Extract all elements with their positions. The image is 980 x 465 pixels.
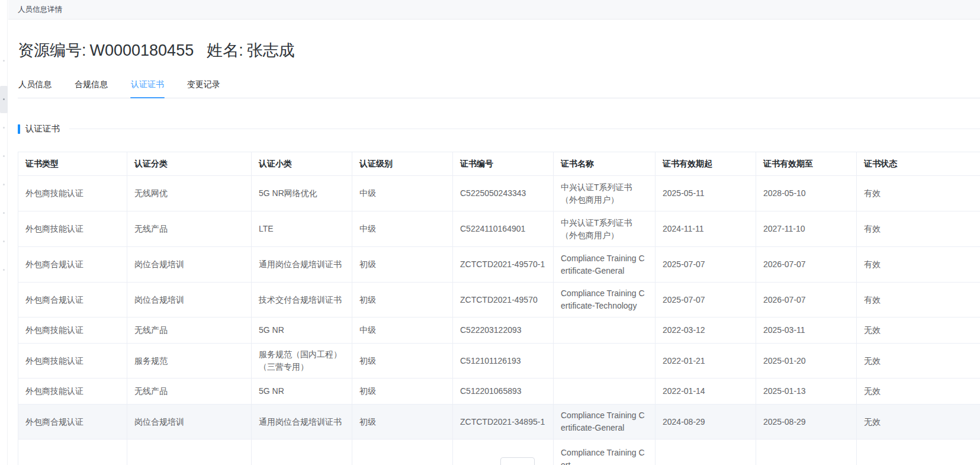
table-cell: 无线产品: [127, 211, 252, 247]
status-cell: [857, 440, 980, 465]
column-header: 认证级别: [352, 152, 453, 176]
table-cell: 2025-08-29: [756, 405, 857, 440]
status-cell: 无效: [857, 379, 980, 405]
table-cell: LTE: [252, 211, 352, 247]
table-cell: 2025-05-11: [656, 176, 756, 211]
table-row[interactable]: 外包商技能认证 无线产品 5G NR 中级 C522203122093 2022…: [18, 318, 980, 344]
table-cell: 无线产品: [127, 318, 252, 344]
column-header: 证书状态: [857, 152, 980, 176]
table-header-row: 证书类型 认证分类 认证小类 认证级别 证书编号 证书名称 证书有效期起 证书有…: [18, 152, 980, 176]
table-cell: Compliance Training Cert: [554, 440, 656, 465]
status-cell: 无效: [857, 405, 980, 440]
table-cell: 无线网优: [127, 176, 252, 211]
table-row[interactable]: 外包商技能认证 无线网优 5G NR网络优化 中级 C5225050243343…: [18, 176, 980, 211]
table-row[interactable]: 外包商合规认证 岗位合规培训 技术交付合规培训证书 初级 ZCTCTD2021-…: [18, 283, 980, 318]
page-title: 资源编号:W0000180455姓名:张志成: [18, 40, 980, 61]
table-cell: 2022-03-12: [656, 318, 756, 344]
table-cell: 通用岗位合规培训证书: [252, 405, 352, 440]
table-cell: 无线产品: [127, 379, 252, 405]
table-cell: 2025-01-13: [756, 379, 857, 405]
table-cell: 2025-07-07: [656, 283, 756, 318]
tab-compliance-info[interactable]: 合规信息: [74, 79, 108, 98]
person-name: 姓名:张志成: [207, 41, 295, 59]
table-cell: 中级: [352, 211, 453, 247]
table-cell: 2022-01-21: [656, 344, 756, 379]
tab-personnel-info[interactable]: 人员信息: [18, 79, 52, 98]
table-cell: C5225050243343: [453, 176, 554, 211]
table-cell: 5G NR: [252, 379, 352, 405]
sidebar-bullet-icon: [3, 212, 5, 214]
pagination-button[interactable]: [500, 457, 535, 465]
sidebar-bullet-icon: [3, 127, 5, 129]
table-cell: C5224110164901: [453, 211, 554, 247]
table-cell: [554, 344, 656, 379]
column-header: 认证分类: [127, 152, 252, 176]
collapsed-sidebar-strip[interactable]: [0, 0, 8, 465]
table-cell: 2026-07-07: [756, 283, 857, 318]
table-cell: 服务规范（国内工程）（三营专用）: [252, 344, 352, 379]
sidebar-bullet-icon: [3, 98, 5, 100]
table-cell: 外包商技能认证: [18, 379, 127, 405]
column-header: 证书类型: [18, 152, 127, 176]
section-title: 认证证书: [25, 123, 60, 134]
table-cell: Compliance Training Certificate-Technolo…: [554, 283, 656, 318]
table-cell: 岗位合规培训: [127, 283, 252, 318]
table-cell: 外包商技能认证: [18, 344, 127, 379]
table-cell: C512101126193: [453, 344, 554, 379]
table-cell: 中兴认证T系列证书（外包商用户）: [554, 176, 656, 211]
table-cell: 外包商技能认证: [18, 211, 127, 247]
table-cell: Compliance Training Certificate-General: [554, 405, 656, 440]
column-header: 认证小类: [252, 152, 352, 176]
table-cell: ZCTCTD2021-34895-1: [453, 405, 554, 440]
table-cell: [756, 440, 857, 465]
table-cell: [656, 440, 756, 465]
table-cell: 外包商技能认证: [18, 318, 127, 344]
tab-change-records[interactable]: 变更记录: [187, 79, 221, 98]
table-cell: 5G NR: [252, 318, 352, 344]
table-row[interactable]: 外包商技能认证 无线产品 LTE 中级 C5224110164901 中兴认证T…: [18, 211, 980, 247]
topbar: 人员信息详情: [8, 0, 980, 20]
table-cell: 2024-11-11: [656, 211, 756, 247]
status-cell: 无效: [857, 318, 980, 344]
sidebar-bullet-icon: [3, 240, 5, 242]
status-cell: 有效: [857, 211, 980, 247]
table-row[interactable]: 外包商技能认证 无线产品 5G NR 初级 C512201065893 2022…: [18, 379, 980, 405]
table-cell: 岗位合规培训: [127, 247, 252, 283]
table-cell: 2027-11-10: [756, 211, 857, 247]
sidebar-bullet-icon: [3, 60, 5, 62]
table-cell: 外包商技能认证: [18, 176, 127, 211]
breadcrumb: 人员信息详情: [18, 5, 62, 15]
table-cell: 初级: [352, 379, 453, 405]
table-cell: 通用岗位合规培训证书: [252, 247, 352, 283]
table-cell: [18, 440, 127, 465]
table-cell: 中级: [352, 318, 453, 344]
table-cell: [554, 379, 656, 405]
table-cell: ZCTCTD2021-49570: [453, 283, 554, 318]
table-cell: 外包商合规认证: [18, 283, 127, 318]
table-cell: 初级: [352, 344, 453, 379]
table-row[interactable]: 外包商技能认证 服务规范 服务规范（国内工程）（三营专用） 初级 C512101…: [18, 344, 980, 379]
table-row-partial[interactable]: Compliance Training Cert: [18, 440, 980, 465]
table-row-highlighted[interactable]: 外包商合规认证 岗位合规培训 通用岗位合规培训证书 初级 ZCTCTD2021-…: [18, 405, 980, 440]
table-cell: 服务规范: [127, 344, 252, 379]
table-cell: 2025-07-07: [656, 247, 756, 283]
table-cell: 外包商合规认证: [18, 405, 127, 440]
resource-number: 资源编号:W0000180455: [18, 41, 194, 59]
table-cell: 2025-03-11: [756, 318, 857, 344]
column-header: 证书有效期至: [756, 152, 857, 176]
table-cell: 外包商合规认证: [18, 247, 127, 283]
tab-certificates[interactable]: 认证证书: [130, 79, 165, 98]
table-cell: 2022-01-14: [656, 379, 756, 405]
sidebar-bullet-icon: [3, 269, 5, 271]
table-cell: ZCTCTD2021-49570-1: [453, 247, 554, 283]
table-cell: [554, 318, 656, 344]
table-row[interactable]: 外包商合规认证 岗位合规培训 通用岗位合规培训证书 初级 ZCTCTD2021-…: [18, 247, 980, 283]
column-header: 证书有效期起: [656, 152, 756, 176]
table-cell: 5G NR网络优化: [252, 176, 352, 211]
table-cell: 中兴认证T系列证书（外包商用户）: [554, 211, 656, 247]
tab-bar: 人员信息 合规信息 认证证书 变更记录: [18, 79, 980, 98]
section-divider: [69, 129, 980, 129]
section-header: 认证证书: [18, 123, 980, 134]
status-cell: 有效: [857, 176, 980, 211]
certificates-table: 证书类型 认证分类 认证小类 认证级别 证书编号 证书名称 证书有效期起 证书有…: [18, 152, 980, 465]
